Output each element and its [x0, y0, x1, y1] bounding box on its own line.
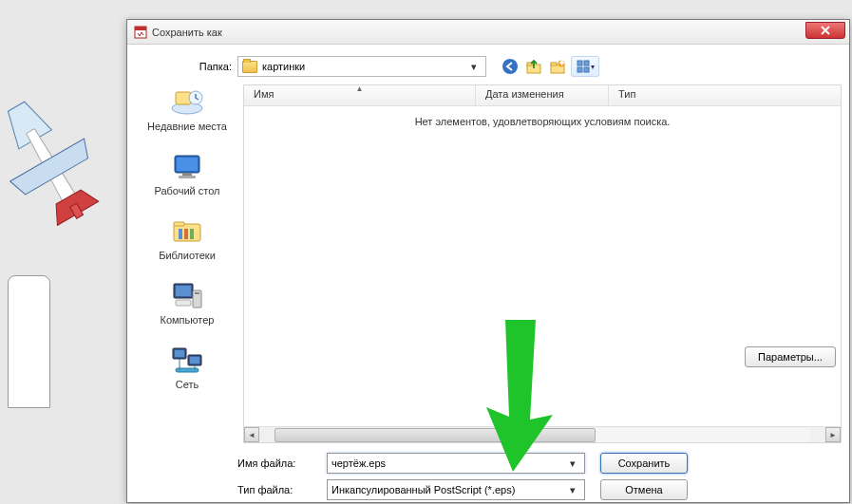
svg-rect-6	[135, 27, 146, 30]
cancel-button[interactable]: Отмена	[600, 479, 688, 500]
network-icon	[169, 345, 205, 377]
background-plane-image	[0, 90, 100, 233]
place-label: Библиотеки	[135, 250, 239, 261]
horizontal-scrollbar[interactable]: ◄ ►	[244, 426, 841, 442]
column-type[interactable]: Тип	[609, 85, 841, 105]
svg-rect-17	[584, 67, 589, 72]
app-icon	[133, 25, 148, 40]
computer-icon	[169, 280, 205, 312]
new-folder-icon[interactable]: ✦	[547, 56, 568, 77]
filetype-combo[interactable]: Инкапсулированный PostScript (*.eps) ▾	[327, 479, 585, 500]
scroll-left-icon[interactable]: ◄	[244, 427, 259, 442]
filename-combo[interactable]: ▾	[327, 453, 585, 474]
svg-rect-38	[190, 357, 199, 364]
svg-rect-34	[176, 300, 191, 306]
folder-value: картинки	[262, 61, 466, 72]
svg-rect-16	[577, 67, 582, 72]
filename-label: Имя файла:	[237, 457, 321, 469]
svg-rect-11	[551, 63, 557, 65]
filetype-value: Инкапсулированный PostScript (*.eps)	[331, 484, 565, 495]
svg-rect-31	[176, 286, 191, 296]
file-list: Нет элементов, удовлетворяющих условиям …	[244, 106, 841, 426]
place-label: Сеть	[135, 379, 239, 390]
view-menu-icon[interactable]: ▾	[571, 56, 599, 77]
place-computer[interactable]: Компьютер	[135, 280, 239, 326]
filename-input[interactable]	[331, 457, 565, 469]
svg-rect-33	[195, 292, 199, 294]
folder-dropdown[interactable]: картинки ▾	[237, 56, 486, 77]
save-button[interactable]: Сохранить	[600, 453, 688, 474]
column-name-label: Имя	[254, 88, 274, 100]
parameters-button[interactable]: Параметры...	[745, 346, 836, 367]
back-icon[interactable]	[500, 56, 521, 77]
place-desktop[interactable]: Рабочий стол	[135, 151, 239, 196]
sort-asc-icon: ▲	[356, 84, 364, 93]
up-one-level-icon[interactable]	[523, 56, 544, 77]
svg-rect-29	[190, 229, 194, 239]
folder-row: Папка: картинки ▾ ✦ ▾	[182, 56, 842, 77]
place-label: Рабочий стол	[135, 185, 239, 196]
svg-rect-15	[584, 61, 589, 65]
folder-label: Папка:	[182, 61, 232, 72]
titlebar-text: Сохранить как	[152, 27, 222, 38]
svg-rect-27	[179, 229, 182, 239]
place-label: Компьютер	[135, 314, 239, 326]
desktop-icon	[169, 151, 205, 183]
scroll-track[interactable]	[275, 428, 810, 442]
svg-rect-22	[177, 158, 198, 171]
svg-rect-28	[184, 229, 188, 239]
place-recent[interactable]: Недавние места	[135, 86, 239, 132]
chevron-down-icon: ▾	[466, 61, 482, 73]
places-sidebar: Недавние места Рабочий стол Библиотеки К…	[135, 84, 239, 443]
svg-marker-0	[0, 97, 51, 149]
empty-message: Нет элементов, удовлетворяющих условиям …	[415, 116, 671, 127]
libraries-icon	[169, 215, 205, 248]
filetype-label: Тип файла:	[237, 484, 321, 495]
background-shape	[8, 275, 50, 408]
file-pane: Имя▲ Дата изменения Тип Нет элементов, у…	[243, 84, 842, 443]
svg-rect-36	[175, 350, 184, 357]
scroll-right-icon[interactable]: ►	[825, 427, 841, 442]
titlebar: Сохранить как	[127, 20, 849, 45]
svg-rect-14	[577, 61, 582, 65]
scroll-thumb[interactable]	[275, 428, 596, 442]
folder-icon	[242, 61, 257, 73]
svg-marker-2	[10, 139, 94, 197]
chevron-down-icon[interactable]: ▾	[565, 457, 580, 470]
svg-text:✦: ✦	[558, 58, 566, 68]
svg-rect-23	[182, 173, 192, 176]
svg-point-7	[502, 59, 518, 74]
chevron-down-icon[interactable]: ▾	[565, 484, 580, 496]
column-headers: Имя▲ Дата изменения Тип	[244, 85, 841, 106]
column-name[interactable]: Имя▲	[244, 85, 476, 105]
close-button[interactable]	[805, 22, 845, 39]
svg-rect-26	[174, 222, 184, 226]
svg-rect-24	[179, 176, 196, 178]
place-libraries[interactable]: Библиотеки	[135, 215, 239, 261]
place-network[interactable]: Сеть	[135, 345, 239, 390]
save-as-dialog: Сохранить как Папка: картинки ▾ ✦ ▾	[126, 19, 850, 503]
place-label: Недавние места	[135, 121, 239, 132]
column-date[interactable]: Дата изменения	[476, 85, 609, 105]
recent-places-icon	[169, 86, 205, 119]
